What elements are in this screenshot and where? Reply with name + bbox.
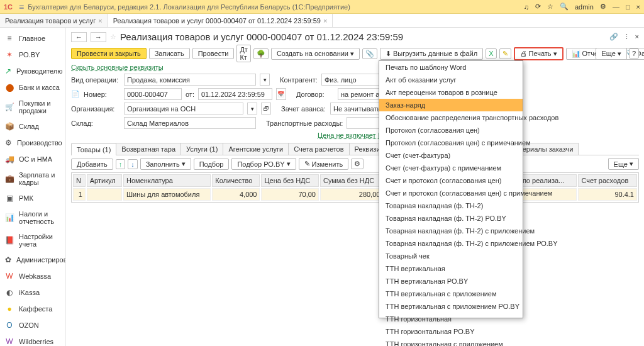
dk-button[interactable]: ДтКт xyxy=(236,45,251,62)
hide-details-link[interactable]: Скрыть основные реквизиты xyxy=(71,64,164,71)
sidebar-item[interactable]: OOZON xyxy=(0,317,65,333)
sidebar-item[interactable]: WWildberries xyxy=(0,333,65,346)
help-button[interactable]: ? xyxy=(629,48,639,59)
back-button[interactable]: ← xyxy=(71,32,87,42)
attach-button[interactable]: 📎 xyxy=(362,48,377,59)
print-menu-item[interactable]: ТТН горизонтальная с приложением xyxy=(379,338,523,346)
excel-button[interactable]: X xyxy=(486,48,496,59)
close-icon[interactable]: × xyxy=(636,3,640,11)
sidebar-item[interactable]: ●Каффеста xyxy=(0,301,65,317)
fill-button[interactable]: Заполнить ▾ xyxy=(140,158,191,170)
col-header[interactable]: Счет расходов xyxy=(578,174,637,187)
col-header[interactable]: N xyxy=(73,174,86,187)
edit-button[interactable]: ✎ Изменить xyxy=(299,158,349,170)
history-icon[interactable]: ⟳ xyxy=(535,3,541,11)
sidebar-item[interactable]: ◐iKassa xyxy=(0,284,65,301)
sidebar-item[interactable]: 🚚ОС и НМА xyxy=(0,151,65,167)
print-menu-item[interactable]: Обоснование распределения транспортных р… xyxy=(379,111,523,124)
user-label[interactable]: admin xyxy=(575,3,594,11)
print-menu-item[interactable]: Акт об оказании услуг xyxy=(379,74,523,86)
print-menu-item[interactable]: Протокол (согласования цен) xyxy=(379,124,523,137)
print-menu-item[interactable]: Счет и протокол (согласования цен) с при… xyxy=(379,187,523,199)
tree-button[interactable]: 🌳 xyxy=(253,48,269,59)
col-header[interactable]: Номенклатура xyxy=(123,174,211,187)
print-menu-item[interactable]: ТТН горизонтальная РО.BY xyxy=(379,325,523,338)
op-select[interactable] xyxy=(124,74,256,86)
post-button[interactable]: Провести xyxy=(192,48,235,59)
sub-tab[interactable]: Товары (1) xyxy=(71,143,116,155)
print-menu-item[interactable]: Товарный чек xyxy=(379,250,523,262)
kebab-icon[interactable]: ⋮ xyxy=(623,33,630,41)
favorite-icon[interactable]: ☆ xyxy=(110,33,116,41)
sub-tab[interactable]: Агентские услуги xyxy=(223,143,289,155)
wh-input[interactable] xyxy=(124,117,256,129)
sign-button[interactable]: ✎ xyxy=(499,48,511,59)
print-menu-item[interactable]: Товарная накладная (ф. ТН-2) с приложени… xyxy=(379,225,523,237)
save-button[interactable]: Записать xyxy=(149,48,190,59)
tab-close-icon[interactable]: × xyxy=(323,17,327,25)
print-menu-item[interactable]: Счет и протокол (согласования цен) xyxy=(379,174,523,187)
col-header[interactable]: Сумма без НДС xyxy=(320,174,383,187)
print-menu-item[interactable]: Товарная накладная (ф. ТН-2) РО.BY xyxy=(379,212,523,225)
print-menu-item[interactable]: ТТН вертикальная РО.BY xyxy=(379,275,523,287)
col-header[interactable]: Количество xyxy=(212,174,260,187)
grid-more-button[interactable]: Еще ▾ xyxy=(608,158,639,170)
print-menu-item[interactable]: Заказ-наряд xyxy=(379,99,523,111)
minimize-icon[interactable]: — xyxy=(613,3,619,11)
up-button[interactable]: ↑ xyxy=(116,159,126,169)
table-row[interactable]: 1 Шины для автомобиля 4,000 70,00 280,00… xyxy=(73,188,637,201)
print-menu-item[interactable]: ТТН вертикальная xyxy=(379,262,523,275)
sidebar-item[interactable]: 📊Налоги и отчетность xyxy=(0,206,65,229)
pick-po-button[interactable]: Подбор РО.BY ▾ xyxy=(231,158,296,170)
sidebar-item[interactable]: 💼Зарплата и кадры xyxy=(0,167,65,190)
post-close-button[interactable]: Провести и закрыть xyxy=(71,48,147,59)
bell-icon[interactable]: ♫ xyxy=(524,3,529,11)
sidebar-item[interactable]: ✿Администрирование xyxy=(0,252,65,268)
app-tab[interactable]: Реализация товаров и услуг 0000-000407 о… xyxy=(108,14,333,27)
sidebar-item[interactable]: 📕Настройки учета xyxy=(0,229,65,252)
settings-icon[interactable]: ⚙ xyxy=(600,3,606,11)
menu-icon[interactable]: ≡ xyxy=(19,2,24,12)
sidebar-item[interactable]: ↗Руководителю xyxy=(0,63,65,79)
date-input[interactable] xyxy=(198,88,272,100)
print-menu-item[interactable]: Товарная накладная (ф. ТН-2) xyxy=(379,199,523,212)
sidebar-item[interactable]: ⚙Производство xyxy=(0,135,65,151)
print-menu-item[interactable]: Счет (счет-фактура) xyxy=(379,149,523,162)
sub-tab[interactable]: Возвратная тара xyxy=(116,143,181,155)
star-icon[interactable]: ☆ xyxy=(547,3,553,11)
print-menu-item[interactable]: Протокол (согласования цен) с примечание… xyxy=(379,137,523,149)
sidebar-item[interactable]: WWebkassa xyxy=(0,268,65,284)
org-input[interactable] xyxy=(124,103,243,114)
col-header[interactable]: Артикул xyxy=(87,174,122,187)
down-button[interactable]: ↓ xyxy=(128,159,138,169)
add-button[interactable]: Добавить xyxy=(71,159,113,170)
sub-tab[interactable]: Услуги (1) xyxy=(180,143,223,155)
print-menu-item[interactable]: ТТН вертикальная с приложением xyxy=(379,287,523,300)
sidebar-item[interactable]: 🛒Покупки и продажи xyxy=(0,96,65,118)
forward-button[interactable]: → xyxy=(91,32,106,42)
print-menu-item[interactable]: Товарная накладная (ф. ТН-2) с приложени… xyxy=(379,237,523,250)
sidebar-item[interactable]: ⬤Банк и касса xyxy=(0,79,65,96)
close-page-icon[interactable]: × xyxy=(635,33,639,41)
op-dd-icon[interactable]: ▾ xyxy=(260,74,270,86)
sidebar-item[interactable]: ≡Главное xyxy=(0,30,65,47)
search-icon[interactable]: 🔍 xyxy=(560,3,569,11)
app-tab[interactable]: Реализация товаров и услуг× xyxy=(0,14,108,27)
export-button[interactable]: ⬇ Выгрузить данные в файл xyxy=(380,48,483,60)
print-menu-item[interactable]: ТТН горизонтальная xyxy=(379,313,523,325)
cfg-button[interactable]: ⚙ xyxy=(351,159,364,169)
pick-button[interactable]: Подбор xyxy=(194,159,230,170)
org-dd-icon[interactable]: ▾ xyxy=(247,103,257,114)
org-open-icon[interactable]: 🗗 xyxy=(261,103,271,114)
maximize-icon[interactable]: □ xyxy=(626,3,630,11)
print-button[interactable]: 🖨 Печать ▾ xyxy=(514,47,564,60)
num-input[interactable] xyxy=(124,88,182,100)
col-header[interactable]: Цена без НДС xyxy=(261,174,319,187)
sub-tab[interactable]: Счета расчетов xyxy=(288,143,349,155)
more-button[interactable]: Еще ▾ xyxy=(596,48,626,60)
sidebar-item[interactable]: ▣РМК xyxy=(0,190,65,206)
cal-icon[interactable]: 📅 xyxy=(276,88,286,100)
print-menu-item[interactable]: Счет (счет-фактура) с примечанием xyxy=(379,162,523,174)
tab-close-icon[interactable]: × xyxy=(98,17,102,25)
print-menu-item[interactable]: Печать по шаблону Word xyxy=(379,61,523,74)
